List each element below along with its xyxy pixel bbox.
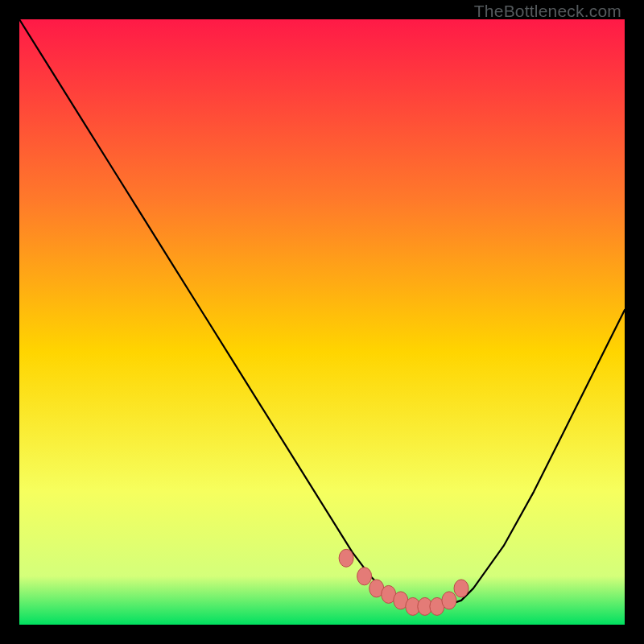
gradient-background: [19, 19, 625, 625]
marker-point: [454, 580, 469, 597]
watermark-text: TheBottleneck.com: [474, 2, 621, 21]
marker-point: [357, 568, 372, 585]
chart-frame: [19, 19, 625, 625]
marker-point: [339, 549, 353, 567]
bottleneck-chart: [19, 19, 625, 625]
marker-point: [442, 592, 456, 609]
